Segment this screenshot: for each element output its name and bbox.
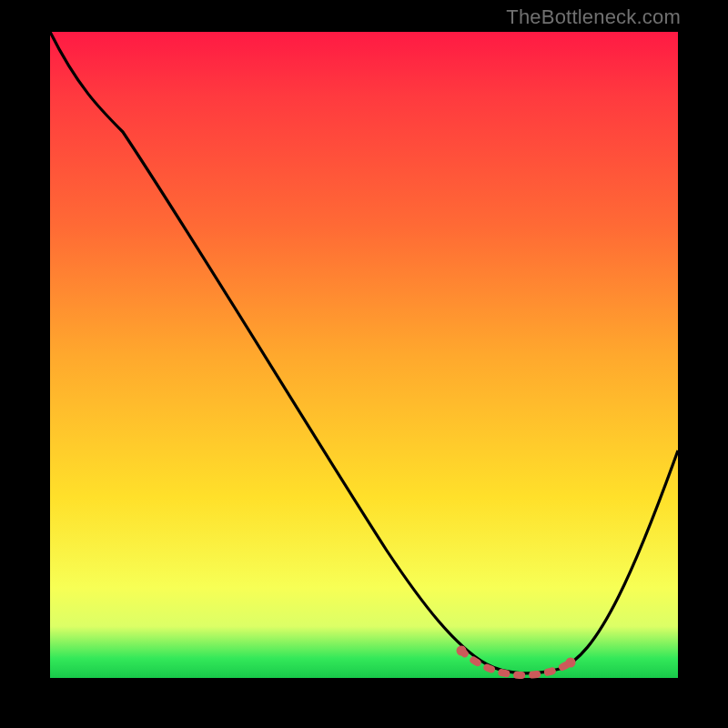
chart-frame: TheBottleneck.com <box>0 0 728 728</box>
optimal-range-end-dot <box>566 658 576 668</box>
optimal-range-start-dot <box>457 646 467 656</box>
optimal-range-marker <box>461 651 571 675</box>
bottleneck-curve <box>50 32 678 673</box>
plot-svg <box>50 32 678 678</box>
plot-area <box>50 32 678 678</box>
watermark-text: TheBottleneck.com <box>506 5 681 29</box>
